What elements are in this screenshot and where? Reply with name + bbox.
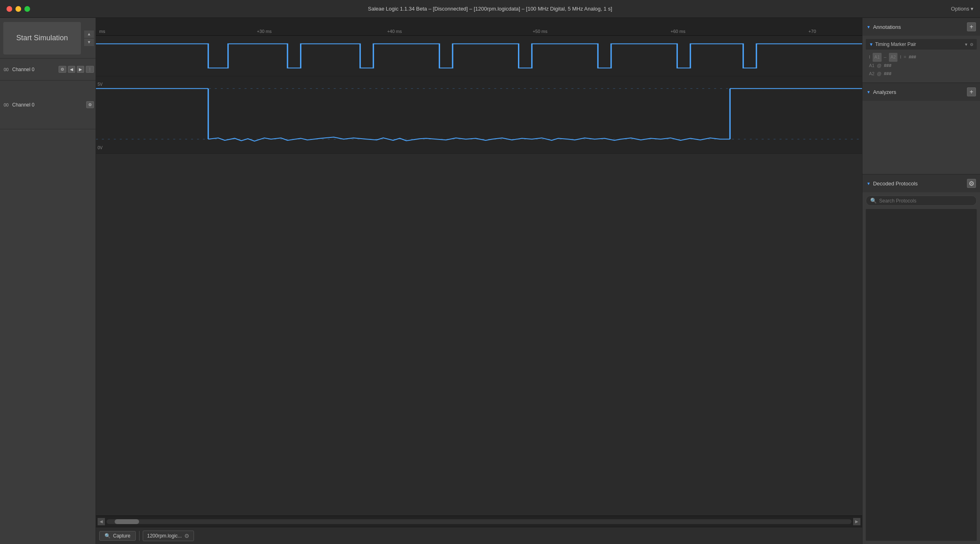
digital-channel-left[interactable]: ◀ xyxy=(68,66,75,73)
analog-channel-row: 00 Channel 0 ⚙ xyxy=(0,81,96,129)
scroll-thumb[interactable] xyxy=(115,519,139,524)
digital-signal-svg xyxy=(96,36,862,76)
analog-signal-display: 5V 0V xyxy=(96,76,862,154)
timeline: ms +30 ms +40 ms +50 ms +60 ms +70 xyxy=(96,18,862,36)
digital-channel-dots[interactable]: ⋮ xyxy=(86,66,94,73)
analog-channel-label: Channel 0 xyxy=(12,102,85,108)
start-simulation-area: Start Simulation ▲ ▼ xyxy=(0,18,96,59)
ann-hash1: ### xyxy=(909,53,916,61)
ann-hash2: ### xyxy=(884,62,891,70)
annotations-triangle-icon: ▼ xyxy=(867,25,871,29)
decoded-protocols-section: ▼ Decoded Protocols ⚙ 🔍 xyxy=(862,174,980,544)
timing-marker-settings[interactable]: ⚙ xyxy=(970,42,973,47)
annotations-body: ▼ Timing Marker Pair ▼ ⚙ I A1 – A2 I = xyxy=(862,36,980,83)
timeline-mark-50: +50 ms xyxy=(533,29,547,34)
scroll-right-button[interactable]: ▶ xyxy=(853,518,860,525)
decoded-protocols-header: ▼ Decoded Protocols ⚙ xyxy=(862,174,980,192)
digital-channel-row: 00 Channel 0 ⚙ ◀ ▶ ⋮ xyxy=(0,59,96,81)
timing-marker-label: Timing Marker Pair xyxy=(875,41,963,47)
search-protocols-bar[interactable]: 🔍 xyxy=(866,196,977,206)
decoded-protocols-title: Decoded Protocols xyxy=(873,181,918,187)
sim-arrow-up[interactable]: ▲ xyxy=(84,30,94,38)
analyzers-title: Analyzers xyxy=(873,89,896,95)
annotations-header: ▼ Annotations + xyxy=(862,18,980,36)
ann-a1-at: @ xyxy=(877,62,881,70)
search-protocols-input[interactable] xyxy=(879,198,972,204)
timeline-mark-0: ms xyxy=(99,29,105,34)
main-layout: Start Simulation ▲ ▼ 00 Channel 0 ⚙ ◀ ▶ … xyxy=(0,18,980,544)
minimize-button[interactable] xyxy=(15,6,21,12)
annotations-title: Annotations xyxy=(873,24,901,30)
annotations-section: ▼ Annotations + ▼ Timing Marker Pair ▼ ⚙… xyxy=(862,18,980,83)
annotation-row-a1: A1 @ ### xyxy=(869,62,973,70)
ann-a1-row-label: A1 xyxy=(869,62,874,70)
file-tab[interactable]: 1200rpm.logic... ⚙ xyxy=(143,531,194,541)
decoded-protocols-body: 🔍 xyxy=(862,192,980,544)
decoded-protocols-settings-button[interactable]: ⚙ xyxy=(967,179,976,188)
sim-arrow-controls: ▲ ▼ xyxy=(84,30,94,46)
file-gear-button[interactable]: ⚙ xyxy=(184,533,189,539)
timeline-mark-60: +60 ms xyxy=(671,29,685,34)
signal-area[interactable]: 5V 0V xyxy=(96,36,862,516)
analyzers-section: ▼ Analyzers + xyxy=(862,83,980,174)
scroll-track[interactable] xyxy=(107,519,852,524)
annotation-row-a2: A2 @ ### xyxy=(869,70,973,78)
ann-a1-label: A1 xyxy=(873,53,881,62)
annotations-header-left: ▼ Annotations xyxy=(867,24,901,30)
timing-marker-controls: ▼ ⚙ xyxy=(964,42,973,47)
analog-signal-svg xyxy=(96,76,862,153)
ann-separator: – xyxy=(884,53,886,61)
scrollbar-area: ◀ ▶ xyxy=(96,516,862,527)
sim-arrow-down[interactable]: ▼ xyxy=(84,39,94,46)
digital-channel-gear[interactable]: ⚙ xyxy=(59,66,66,73)
timeline-mark-70: +70 xyxy=(808,29,816,34)
digital-channel-num: 00 xyxy=(2,67,11,72)
capture-icon: 🔍 xyxy=(105,533,111,539)
analyzers-triangle-icon: ▼ xyxy=(867,90,871,94)
decoded-protocols-header-left: ▼ Decoded Protocols xyxy=(867,181,918,187)
start-simulation-button[interactable]: Start Simulation xyxy=(3,22,81,54)
timing-marker-icon: ▼ xyxy=(869,42,873,47)
tab-divider xyxy=(139,531,139,541)
protocols-content xyxy=(866,209,977,541)
titlebar: Saleae Logic 1.1.34 Beta – [Disconnected… xyxy=(0,0,980,18)
timing-marker-row: ▼ Timing Marker Pair ▼ ⚙ xyxy=(866,39,977,50)
timeline-mark-40: +40 ms xyxy=(387,29,402,34)
ann-i-eq: I xyxy=(900,53,901,61)
digital-channel-right[interactable]: ▶ xyxy=(77,66,84,73)
maximize-button[interactable] xyxy=(24,6,30,12)
timeline-mark-30: +30 ms xyxy=(257,29,272,34)
ann-a2-at: @ xyxy=(877,70,881,78)
digital-channel-label: Channel 0 xyxy=(12,67,57,72)
ann-a2-row-label: A2 xyxy=(869,70,874,78)
annotation-values: I A1 – A2 I = ### A1 @ ### A2 xyxy=(866,51,977,79)
analog-channel-gear[interactable]: ⚙ xyxy=(86,101,94,108)
ann-equals: = xyxy=(904,53,906,61)
analog-channel-num: 00 xyxy=(2,102,11,107)
file-label: 1200rpm.logic... xyxy=(147,533,182,539)
scroll-left-button[interactable]: ◀ xyxy=(98,518,105,525)
window-controls xyxy=(7,6,30,12)
ann-i-label: I xyxy=(869,53,870,61)
annotation-row-i: I A1 – A2 I = ### xyxy=(869,53,973,62)
close-button[interactable] xyxy=(7,6,12,12)
bottom-bar: 🔍 Capture 1200rpm.logic... ⚙ xyxy=(96,527,862,544)
ann-hash3: ### xyxy=(884,70,891,78)
center-panel: ms +30 ms +40 ms +50 ms +60 ms +70 5V 0V xyxy=(96,18,862,544)
window-title: Saleae Logic 1.1.34 Beta – [Disconnected… xyxy=(368,6,612,12)
analyzers-header-left: ▼ Analyzers xyxy=(867,89,896,95)
ann-a2-label: A2 xyxy=(889,53,897,62)
digital-signal-display xyxy=(96,36,862,76)
decoded-protocols-triangle-icon: ▼ xyxy=(867,181,871,186)
capture-label: Capture xyxy=(113,533,131,539)
search-icon: 🔍 xyxy=(870,198,877,204)
analyzers-add-button[interactable]: + xyxy=(967,87,976,96)
annotations-add-button[interactable]: + xyxy=(967,22,976,31)
options-menu[interactable]: Options ▾ xyxy=(951,6,973,12)
analyzers-body xyxy=(862,101,980,174)
left-panel: Start Simulation ▲ ▼ 00 Channel 0 ⚙ ◀ ▶ … xyxy=(0,18,96,544)
timing-marker-filter[interactable]: ▼ xyxy=(964,42,968,47)
capture-tab[interactable]: 🔍 Capture xyxy=(99,531,136,541)
analyzers-header: ▼ Analyzers + xyxy=(862,83,980,101)
right-panel: ▼ Annotations + ▼ Timing Marker Pair ▼ ⚙… xyxy=(862,18,980,544)
